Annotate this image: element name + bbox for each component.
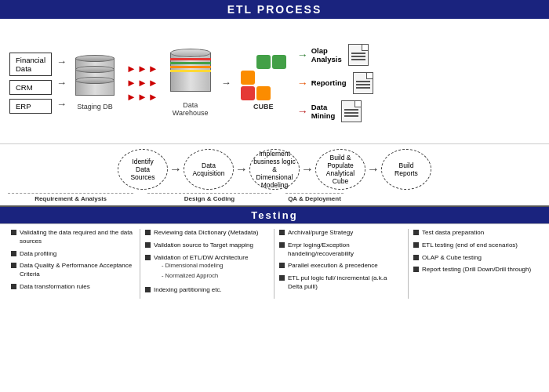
step-arrow-1: → [169,162,182,176]
bullet-3-3 [279,263,285,268]
reporting-row: → Reporting [297,72,373,94]
test-col-2: Reviewing data Dictionary (Metadata) Vai… [140,229,274,299]
warehouse-to-cube-arrow: → [221,77,231,89]
step-arrow-3: → [301,162,314,176]
test-item-1-3: Data Quality & Performance Acceptance Cr… [11,262,135,279]
test-item-1-1: Validating the data required and the dat… [11,229,135,246]
red-arrows: ► ► ► ► ► ► ► ► ► [126,63,158,103]
step-acquisition: DataAcquisition [184,149,234,190]
bullet-1-1 [11,230,16,235]
data-mining-label: DataMining [311,103,336,120]
etl-title-banner: ETL PROCESS [0,0,549,19]
phase-labels: Requirement & Analysis Design & Coding Q… [8,190,541,202]
test-item-3-2: Errpr loging/Exception handeling/recover… [279,241,403,259]
phase-requirement: Requirement & Analysis [8,193,133,202]
source-arrows: → → → [56,56,67,110]
test-item-2-1: Reviewing data Dictionary (Metadata) [145,229,269,238]
bullet-2-2 [145,242,151,248]
step-build-reports: BuildReports [381,149,431,190]
erp-box: ERP [9,99,52,114]
top-diagram-section: FinancialData CRM ERP → → → Staging DB ►… [0,19,549,144]
test-item-2-3: Validation of ETL/DW Architecture Dimens… [145,254,269,282]
data-mining-arrow: → [297,105,308,118]
financial-data-box: FinancialData [9,53,52,76]
data-mining-row: → DataMining [297,100,373,122]
step-arrow-4: → [367,162,380,176]
test-col-3: Archival/purge Strategy Errpr loging/Exc… [274,229,409,299]
olap-label: OlapAnalysis [311,46,342,64]
test-item-3-3: Parallel execution & precedence [279,262,403,270]
testing-grid: Validating the data required and the dat… [0,223,549,303]
crm-box: CRM [9,80,52,95]
data-warehouse: DataWarehouse [168,49,213,117]
test-item-1-4: Data transformation rules [11,283,135,292]
bullet-4-3 [413,255,419,260]
bullet-1-3 [11,263,16,268]
bullet-3-1 [279,230,285,235]
output-section: → OlapAnalysis → Reporting → DataMining [297,44,373,122]
bullet-4-2 [413,242,419,248]
test-col-1: Validating the data required and the dat… [6,229,140,299]
step-identify: IdentifyDataSources [118,149,168,190]
step-implement-oval: Implementbusiness logic& DimensionalMode… [249,149,300,190]
staging-db: Staging DB [73,55,117,111]
step-arrow-2: → [235,162,248,176]
bullet-3-2 [279,242,285,248]
test-item-4-4: Report testing (Drill Down/Drill through… [413,266,538,274]
reporting-doc [353,72,373,94]
olap-doc [348,44,369,66]
olap-row: → OlapAnalysis [297,44,373,66]
test-item-3-1: Archival/purge Strategy [279,229,403,238]
process-section: IdentifyDataSources → DataAcquisition → … [0,144,549,207]
process-flow: IdentifyDataSources → DataAcquisition → … [8,149,541,190]
reporting-arrow: → [297,77,308,89]
step-identify-oval: IdentifyDataSources [118,149,168,190]
test-item-2-2: Vaildation source to Target mapping [145,241,269,250]
subitem-2-3-2: Normalized Approch [154,272,248,280]
source-boxes: FinancialData CRM ERP [9,53,52,114]
step-build-cube: Build &PopulateAnalyticalCube [315,149,365,190]
data-mining-doc [341,100,362,122]
olap-arrow: → [297,49,308,61]
phase-design: Design & Coding [147,193,271,202]
cube-grid [241,55,286,100]
bullet-2-4 [145,287,151,292]
bullet-1-2 [11,251,16,256]
step-acquisition-oval: DataAcquisition [184,149,234,190]
test-item-4-3: OLAP & Cube testing [413,254,538,263]
bullet-4-4 [413,267,419,272]
test-col-4: Test dasta preparation ETL testing (end … [409,229,543,299]
bullet-4-1 [413,230,419,235]
bullet-3-4 [279,275,285,281]
test-item-4-2: ETL testing (end of end scenarios) [413,241,538,250]
test-item-2-4: Indexing partitioning etc. [145,286,269,295]
bullet-2-3 [145,255,151,260]
staging-label: Staging DB [77,103,113,111]
warehouse-label: DataWarehouse [173,101,209,117]
step-build-reports-oval: BuildReports [381,149,431,190]
step-build-cube-oval: Build &PopulateAnalyticalCube [315,149,365,190]
testing-banner: Testing [0,207,549,223]
subitem-2-3-1: Dimensional modeling [154,262,248,270]
cube-section: CUBE [241,55,286,111]
test-item-3-4: ETL pul logic full/ incremental (a.k.a D… [279,274,403,292]
test-item-4-1: Test dasta preparation [413,229,538,238]
bullet-1-4 [11,284,16,289]
step-implement: Implementbusiness logic& DimensionalMode… [249,149,300,190]
test-item-1-2: Data profiling [11,250,135,259]
reporting-label: Reporting [311,78,347,87]
cube-label: CUBE [253,103,274,111]
bullet-2-1 [145,230,151,235]
phase-qa: QA & Deployment [285,193,344,202]
